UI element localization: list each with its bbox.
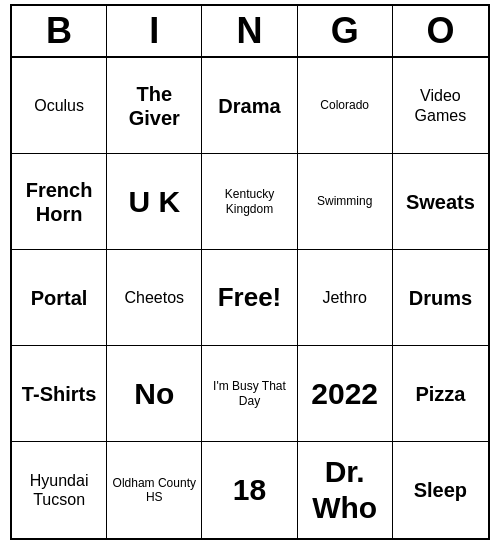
bingo-cell: The Giver — [107, 58, 202, 154]
bingo-cell: Colorado — [298, 58, 393, 154]
header-letter: I — [107, 6, 202, 56]
header-letter: B — [12, 6, 107, 56]
bingo-cell: Drama — [202, 58, 297, 154]
bingo-cell: Hyundai Tucson — [12, 442, 107, 538]
header-letter: O — [393, 6, 488, 56]
bingo-cell: Dr. Who — [298, 442, 393, 538]
bingo-cell: Sleep — [393, 442, 488, 538]
bingo-grid: OculusThe GiverDramaColoradoVideo GamesF… — [12, 58, 488, 538]
bingo-cell: French Horn — [12, 154, 107, 250]
bingo-card: BINGO OculusThe GiverDramaColoradoVideo … — [10, 4, 490, 540]
bingo-cell: Portal — [12, 250, 107, 346]
header-letter: N — [202, 6, 297, 56]
bingo-cell: 18 — [202, 442, 297, 538]
bingo-cell: U K — [107, 154, 202, 250]
bingo-cell: Pizza — [393, 346, 488, 442]
bingo-cell: 2022 — [298, 346, 393, 442]
bingo-cell: Swimming — [298, 154, 393, 250]
bingo-cell: I'm Busy That Day — [202, 346, 297, 442]
bingo-cell: Jethro — [298, 250, 393, 346]
bingo-cell: Oculus — [12, 58, 107, 154]
bingo-cell: No — [107, 346, 202, 442]
bingo-cell: Video Games — [393, 58, 488, 154]
bingo-cell: Drums — [393, 250, 488, 346]
bingo-cell: Oldham County HS — [107, 442, 202, 538]
bingo-cell: T-Shirts — [12, 346, 107, 442]
bingo-cell: Free! — [202, 250, 297, 346]
header-letter: G — [298, 6, 393, 56]
bingo-cell: Kentucky Kingdom — [202, 154, 297, 250]
bingo-cell: Sweats — [393, 154, 488, 250]
bingo-header: BINGO — [12, 6, 488, 58]
bingo-cell: Cheetos — [107, 250, 202, 346]
